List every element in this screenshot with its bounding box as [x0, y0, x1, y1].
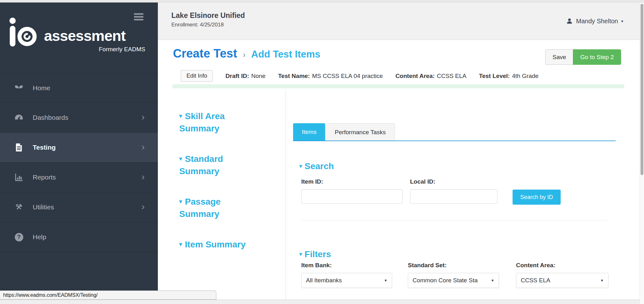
item-bank-group: Item Bank: All Itembanks ▼	[301, 262, 392, 288]
enrollment-date: Enrollment: 4/25/2018	[171, 22, 245, 28]
progress-bar	[172, 84, 624, 88]
page-subtitle: Add Test Items	[251, 49, 320, 60]
save-button[interactable]: Save	[545, 49, 573, 65]
tab-underline	[293, 141, 616, 141]
standard-set-group: Standard Set: Common Core State Sta ▼	[408, 262, 499, 288]
district-info: Lake Elsinore Unified Enrollment: 4/25/2…	[171, 11, 245, 28]
chevron-right-icon: ›	[142, 112, 145, 122]
breadcrumb-separator-icon: ›	[243, 50, 246, 60]
top-header: Lake Elsinore Unified Enrollment: 4/25/2…	[158, 3, 640, 40]
brand-tagline: Formerly EADMS	[99, 46, 145, 53]
caret-down-icon: ▼	[491, 279, 494, 282]
chevron-right-icon: ›	[142, 202, 145, 211]
caret-down-icon: ▾	[179, 156, 182, 162]
chevron-right-icon: ›	[142, 172, 145, 181]
item-bank-select[interactable]: All Itembanks ▼	[301, 273, 392, 288]
draft-id-field: Draft ID: None	[225, 73, 265, 80]
main-content: Create Test › Add Test Items Save Go to …	[158, 40, 640, 304]
test-name-field: Test Name: MS CCSS ELA 04 practice	[278, 73, 383, 80]
caret-down-icon: ▼	[600, 279, 604, 282]
breadcrumb: Create Test › Add Test Items	[173, 47, 320, 60]
browser-top-edge	[0, 0, 644, 3]
caret-down-icon: ▾	[179, 113, 182, 119]
local-id-label: Local ID:	[410, 178, 497, 185]
brand-logo[interactable]: assessment Formerly EADMS	[8, 17, 148, 52]
district-name: Lake Elsinore Unified	[171, 11, 245, 20]
content-area-field: Content Area: CCSS ELA	[395, 73, 466, 80]
tools-icon	[13, 203, 25, 212]
brand-name: assessment	[44, 27, 125, 44]
local-id-input[interactable]	[410, 189, 497, 204]
tab-bar: Items Performance Tasks	[293, 123, 395, 141]
caret-down-icon: ▾	[621, 19, 623, 24]
sidebar-item-reports[interactable]: Reports ›	[0, 163, 158, 192]
io-logo-icon	[8, 18, 37, 48]
caret-down-icon: ▼	[384, 279, 387, 282]
sidebar-item-label: Reports	[33, 174, 56, 181]
summary-link-standard[interactable]: ▾Standard Summary	[179, 153, 253, 177]
sidebar-item-help[interactable]: ? Help	[0, 222, 158, 252]
question-icon: ?	[13, 233, 25, 241]
sidebar-item-testing[interactable]: Testing ›	[0, 133, 158, 163]
item-bank-label: Item Bank:	[301, 262, 392, 269]
edit-info-button[interactable]: Edit Info	[181, 70, 213, 82]
step-buttons: Save Go to Step 2	[545, 49, 621, 65]
section-divider	[301, 220, 608, 220]
local-id-group: Local ID:	[410, 178, 497, 204]
chevron-right-icon: ›	[142, 142, 145, 152]
item-id-group: Item ID:	[301, 178, 402, 204]
caret-down-icon: ▾	[299, 251, 302, 257]
column-divider	[286, 90, 286, 304]
search-by-id-button[interactable]: Search by ID	[513, 190, 561, 205]
status-bar-url: https://www.eadms.com/EADMSX/Testing/	[0, 290, 216, 300]
standard-set-select[interactable]: Common Core State Sta ▼	[408, 273, 499, 288]
page-title[interactable]: Create Test	[173, 47, 237, 60]
sidebar-item-utilities[interactable]: Utilities ›	[0, 192, 158, 222]
caret-down-icon: ▾	[299, 163, 302, 169]
document-icon	[13, 143, 25, 152]
test-info-bar: Edit Info Draft ID: None Test Name: MS C…	[181, 70, 539, 82]
vertical-scrollbar[interactable]	[640, 3, 644, 304]
sidebar-nav: Home Dashboards ›	[0, 73, 158, 252]
summary-link-skill-area[interactable]: ▾Skill Area Summary	[179, 111, 253, 134]
tab-items[interactable]: Items	[293, 123, 325, 141]
item-id-label: Item ID:	[301, 178, 402, 185]
filters-section-header[interactable]: ▾Filters	[299, 249, 331, 259]
sidebar-item-label: Help	[33, 233, 46, 241]
sidebar-item-label: Utilities	[33, 203, 54, 211]
sidebar-item-home[interactable]: Home	[0, 73, 158, 103]
browser-bottom-edge	[0, 300, 644, 304]
bar-chart-icon	[13, 173, 25, 181]
test-level-field: Test Level: 4th Grade	[479, 73, 538, 80]
gauge-icon	[13, 113, 25, 122]
user-name: Mandy Shelton	[576, 18, 618, 25]
app-window: assessment Formerly EADMS Home	[0, 0, 644, 304]
sidebar: assessment Formerly EADMS Home	[0, 3, 158, 290]
items-panel: Items Performance Tasks ▾Search Item ID:…	[293, 90, 616, 304]
caret-down-icon: ▾	[179, 241, 182, 247]
content-area-select[interactable]: CCSS ELA ▼	[516, 273, 608, 288]
summary-link-item[interactable]: ▾Item Summary	[179, 239, 253, 251]
caret-down-icon: ▾	[179, 198, 182, 205]
summary-nav: ▾Skill Area Summary ▾Standard Summary ▾P…	[179, 111, 253, 271]
item-id-input[interactable]	[301, 189, 402, 204]
user-icon	[566, 17, 573, 25]
sidebar-item-dashboards[interactable]: Dashboards ›	[0, 103, 158, 133]
sidebar-item-label: Testing	[33, 144, 56, 151]
content-area-label: Content Area:	[516, 262, 608, 269]
scrollbar-thumb[interactable]	[641, 4, 643, 175]
butterfly-icon	[13, 84, 25, 92]
user-menu[interactable]: Mandy Shelton ▾	[566, 3, 623, 40]
tab-performance-tasks[interactable]: Performance Tasks	[325, 123, 395, 141]
summary-link-passage[interactable]: ▾Passage Summary	[179, 196, 253, 219]
content-area-group: Content Area: CCSS ELA ▼	[516, 262, 608, 288]
standard-set-label: Standard Set:	[408, 262, 499, 269]
go-to-step-2-button[interactable]: Go to Step 2	[573, 49, 621, 65]
sidebar-item-label: Home	[33, 84, 50, 92]
search-section-header[interactable]: ▾Search	[299, 161, 334, 171]
sidebar-item-label: Dashboards	[33, 114, 68, 121]
